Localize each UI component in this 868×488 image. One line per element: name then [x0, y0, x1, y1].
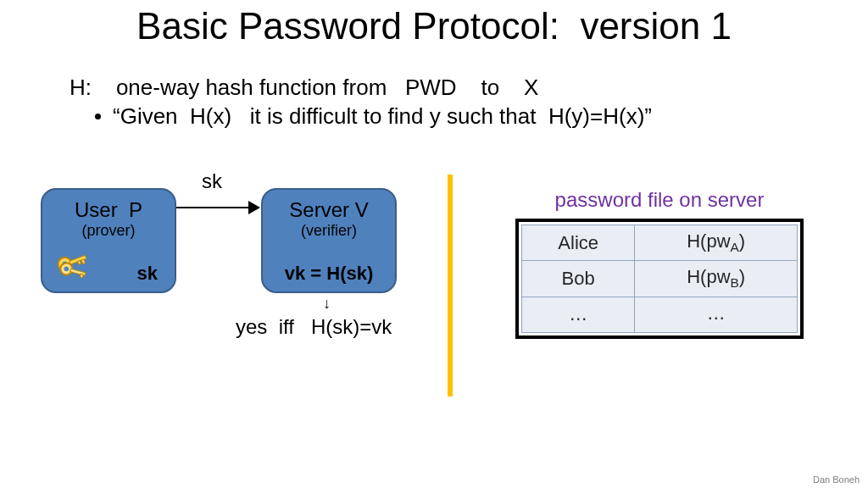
- table-row: Bob H(pwB): [522, 261, 798, 297]
- server-box-vk: vk = H(sk): [263, 263, 395, 285]
- table-row: Alice H(pwA): [522, 225, 798, 261]
- hash-cell: H(pwA): [635, 225, 798, 261]
- hash-cell: H(pwB): [635, 261, 798, 297]
- table-row: … …: [522, 297, 798, 332]
- arrow-sk: [176, 197, 261, 222]
- verification-text: yes iff H(sk)=vk: [236, 315, 392, 339]
- password-file-caption: password file on server: [515, 188, 804, 212]
- password-file-table: Alice H(pwA) Bob H(pwB) … …: [515, 219, 804, 339]
- bullet-icon: [95, 114, 101, 119]
- user-cell: Alice: [522, 225, 635, 261]
- user-box-secret: sk: [42, 263, 175, 285]
- hash-definition-line: H: one-way hash function from PWD to X: [70, 75, 538, 101]
- bullet-text: “Given H(x) it is difficult to find y su…: [113, 103, 652, 129]
- slide-title: Basic Password Protocol: version 1: [0, 5, 868, 47]
- arrow-label: sk: [202, 169, 222, 193]
- server-box-title: Server V: [263, 198, 395, 222]
- user-box-title: User P: [42, 198, 175, 222]
- vertical-divider: [448, 175, 453, 396]
- bullet-line: “Given H(x) it is difficult to find y su…: [95, 103, 652, 130]
- down-arrow-icon: ↓: [323, 295, 331, 313]
- slide: Basic Password Protocol: version 1 H: on…: [0, 0, 868, 488]
- user-box-subtitle: (prover): [42, 222, 175, 240]
- hash-cell: …: [635, 297, 798, 332]
- server-box: Server V (verifier) vk = H(sk): [261, 188, 397, 293]
- user-box: User P (prover) sk: [41, 188, 176, 293]
- attribution: Dan Boneh: [813, 474, 860, 485]
- user-cell: …: [522, 297, 635, 332]
- user-cell: Bob: [522, 261, 635, 297]
- server-box-subtitle: (verifier): [263, 222, 395, 240]
